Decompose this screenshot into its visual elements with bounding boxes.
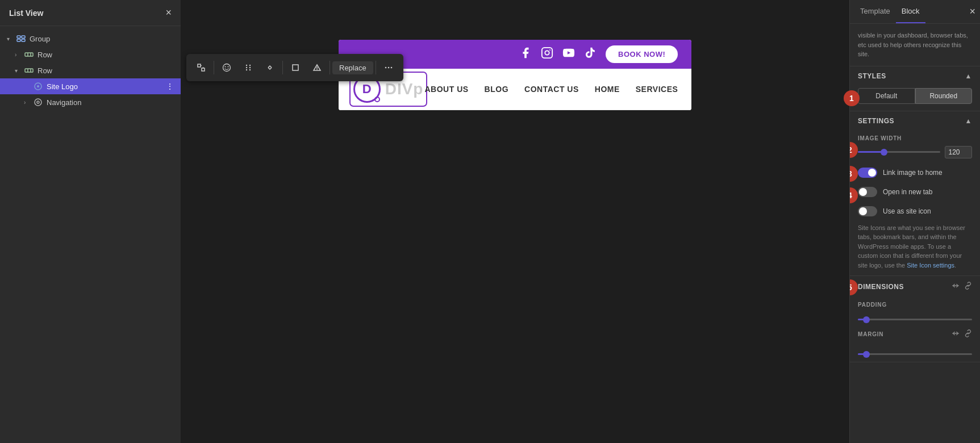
dimensions-swap-icon[interactable] [952,282,960,291]
right-panel-tabs: Template Block × [850,0,980,24]
toolbar-emoji-button[interactable] [216,57,237,78]
row2-label: Row [37,66,174,75]
image-width-label: IMAGE WIDTH [850,131,980,144]
svg-rect-7 [25,69,33,72]
site-icon-settings-link[interactable]: Site Icon settings [907,262,954,269]
open-new-tab-label: Open in new tab [883,188,972,196]
right-panel-description: visible in your dashboard, browser tabs,… [850,24,980,66]
use-as-site-icon-toggle[interactable] [858,206,877,216]
left-panel: List View × ▾ Group › [0,0,181,443]
svg-point-21 [246,65,247,66]
sitelogo-icon [33,81,43,91]
row2-arrow: ▾ [15,68,23,74]
book-now-button[interactable]: BOOK NOW! [606,45,678,63]
svg-rect-27 [293,65,298,70]
group-icon [16,34,26,44]
toolbar-divider3 [330,61,330,74]
padding-slider[interactable] [858,319,972,320]
image-width-input[interactable]: 120 [945,146,972,158]
toolbar-divider4 [376,61,376,74]
tab-template[interactable]: Template [854,0,896,23]
svg-rect-1 [22,36,25,38]
tiktok-icon[interactable] [584,47,597,62]
youtube-icon[interactable] [562,47,575,62]
svg-point-13 [37,101,39,103]
svg-point-25 [249,67,251,68]
badge-1: 1 [844,90,860,106]
settings-section-label: Settings [858,117,894,125]
dimensions-link-icon[interactable] [964,282,972,291]
svg-rect-15 [202,68,205,71]
logo-small-circle [374,97,380,102]
group-arrow: ▾ [7,36,15,42]
toolbar-arrows-button[interactable] [260,57,280,78]
svg-point-32 [390,67,392,69]
margin-section-header: MARGIN [850,327,980,345]
right-panel: Template Block × visible in your dashboa… [849,0,980,443]
styles-section-header[interactable]: Styles ▲ [850,66,980,86]
margin-swap-icon[interactable] [952,329,960,339]
margin-slider[interactable] [858,353,972,355]
tree-item-row2[interactable]: ▾ Row [0,62,181,78]
row1-icon [24,49,34,60]
svg-rect-4 [25,53,33,56]
tree-item-row1[interactable]: › Row [0,47,181,62]
tree-container: ▾ Group › Row [0,26,181,443]
svg-point-35 [549,49,551,51]
tree-item-sitelogo[interactable]: Site Logo ⋮ [0,78,181,94]
dimensions-section-header[interactable]: Dimensions [850,276,980,297]
canvas-area: Replace [181,0,849,443]
svg-point-30 [385,67,386,69]
nav-link-blog[interactable]: BLOG [485,85,508,94]
nav-link-home[interactable]: HOME [595,85,620,94]
tree-item-group[interactable]: ▾ Group [0,31,181,47]
navigation-label: Navigation [47,98,174,107]
facebook-icon[interactable] [519,47,532,62]
styles-section: Styles ▲ Default Rounded [850,66,980,111]
padding-slider-row [850,310,980,327]
toolbar-drag-button[interactable] [238,57,258,78]
svg-point-31 [387,67,389,69]
margin-link-icon[interactable] [964,329,972,339]
svg-point-12 [35,99,41,106]
list-view-title: List View [9,9,43,18]
image-width-slider[interactable] [858,151,940,153]
instagram-icon[interactable] [541,47,553,62]
right-panel-close-button[interactable]: × [969,6,975,18]
link-to-home-label: Link image to home [883,169,972,177]
open-new-tab-toggle[interactable] [858,187,877,197]
styles-chevron-icon: ▲ [965,72,972,80]
link-to-home-row: Link image to home [850,163,980,182]
svg-point-29 [316,69,317,70]
sitelogo-dot-menu[interactable]: ⋮ [166,82,174,91]
svg-rect-33 [542,48,552,58]
dimensions-section-label: Dimensions [858,283,904,291]
settings-section-header[interactable]: Settings ▲ [850,111,980,131]
toolbar-replace-button[interactable]: Replace [332,61,373,74]
tab-block[interactable]: Block [896,0,925,23]
toolbar-crop-button[interactable] [285,57,306,78]
default-style-button[interactable]: Default [858,88,915,104]
link-to-home-toggle[interactable] [858,168,877,178]
image-width-slider-row: 120 [850,144,980,163]
padding-label: PADDING [850,297,980,310]
tree-item-navigation[interactable]: › Navigation [0,94,181,110]
svg-point-18 [223,64,231,72]
svg-point-23 [246,69,247,70]
toolbar-warning-button[interactable] [307,57,327,78]
toolbar-transform-button[interactable] [191,57,211,78]
styles-section-label: Styles [858,72,886,80]
left-panel-close-button[interactable]: × [165,7,172,19]
logo-text-faded: p [413,80,423,98]
toolbar-more-button[interactable] [378,57,399,78]
row2-icon [24,65,34,76]
site-icon-description: Site Icons are what you see in browser t… [850,221,980,276]
nav-link-services[interactable]: SERVICES [636,85,678,94]
margin-slider-row [850,345,980,362]
svg-point-26 [249,69,251,70]
nav-link-about[interactable]: ABOUT US [424,85,468,94]
rounded-style-button[interactable]: Rounded [915,88,973,104]
nav-link-contact[interactable]: CONTACT US [524,85,579,94]
use-as-site-icon-label: Use as site icon [883,207,972,215]
toolbar-divider1 [214,61,214,74]
